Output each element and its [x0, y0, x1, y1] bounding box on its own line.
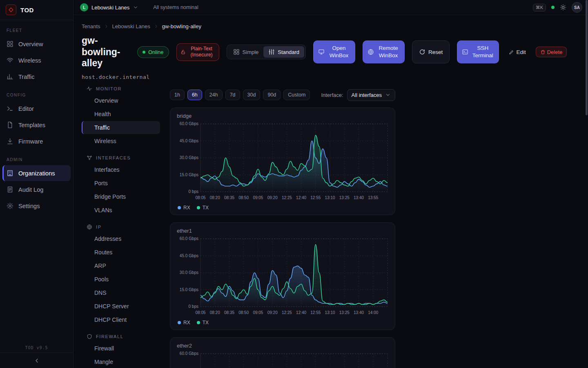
interface-select[interactable]: All interfaces [347, 89, 395, 101]
chevron-right-icon [154, 24, 159, 29]
page-scrollbar[interactable] [586, 0, 588, 115]
sidebar-item-editor[interactable]: Editor [2, 101, 71, 117]
chart-card-bridge: bridge0 bps15.0 Gbps30.0 Gbps45.0 Gbps60… [170, 108, 395, 215]
range-6h-button[interactable]: 6h [187, 90, 202, 100]
svg-text:09:20: 09:20 [267, 310, 278, 315]
user-avatar[interactable]: SA [572, 2, 582, 13]
sidebar-item-overview[interactable]: Overview [2, 36, 71, 52]
refresh-icon [419, 49, 425, 55]
range-30d-button[interactable]: 30d [243, 90, 261, 100]
view-mode-simple-button[interactable]: Simple [228, 46, 264, 58]
breadcrumb-item-tenants[interactable]: Tenants [82, 23, 100, 29]
nodes-icon [87, 155, 92, 161]
svg-text:14:00: 14:00 [368, 310, 378, 315]
sidebar-item-wireless[interactable]: Wireless [2, 52, 71, 68]
svg-text:08:50: 08:50 [238, 310, 249, 315]
svg-text:13:40: 13:40 [354, 310, 364, 315]
range-90d-button[interactable]: 90d [263, 90, 281, 100]
breadcrumb: TenantsLebowski Lanesgw-bowling-alley [82, 23, 588, 29]
svg-text:08:20: 08:20 [210, 310, 220, 315]
subnav-item-pools[interactable]: Pools [82, 273, 160, 286]
range-7d-button[interactable]: 7d [225, 90, 240, 100]
legend-tx: TX [197, 205, 209, 211]
svg-text:13:10: 13:10 [325, 195, 335, 200]
svg-text:13:25: 13:25 [339, 310, 350, 315]
reset-label: Reset [428, 49, 443, 55]
range-1h-button[interactable]: 1h [170, 90, 185, 100]
shield-icon [87, 334, 92, 339]
tenant-name: Lebowski Lanes [91, 4, 129, 11]
svg-text:13:25: 13:25 [339, 195, 350, 200]
subnav-item-overview[interactable]: Overview [82, 94, 160, 107]
subnav-item-bridge-ports[interactable]: Bridge Ports [82, 190, 160, 203]
subnav-section-ip: IP [82, 224, 160, 230]
subnav-item-interfaces[interactable]: Interfaces [82, 163, 160, 176]
subnav-item-mangle[interactable]: Mangle [82, 355, 160, 368]
svg-text:30.0 Gbps: 30.0 Gbps [180, 270, 198, 275]
page-content: TenantsLebowski Lanesgw-bowling-alley gw… [74, 15, 588, 368]
sidebar-item-organizations[interactable]: Organizations [2, 165, 71, 181]
legend-rx: RX [178, 320, 190, 325]
legend-dot-icon [178, 321, 181, 324]
subnav-section-interfaces: INTERFACES [82, 155, 160, 161]
health-dot [551, 6, 555, 9]
bars-icon [7, 73, 13, 80]
subnav-item-vlans[interactable]: VLANs [82, 204, 160, 217]
legend-tx: TX [197, 320, 209, 325]
ssh-terminal-button[interactable]: SSH Terminal [457, 40, 499, 63]
device-host: host.docker.internal [82, 74, 588, 80]
legend-rx: RX [178, 205, 190, 211]
subnav-item-traffic[interactable]: Traffic [82, 121, 160, 134]
app-name: TOD [20, 7, 34, 13]
subnav-item-routes[interactable]: Routes [82, 246, 160, 259]
device-header: gw-bowling-alley Online Plain-Text (Inse… [82, 35, 588, 69]
chart-cards: bridge0 bps15.0 Gbps30.0 Gbps45.0 Gbps60… [170, 101, 395, 368]
subnav-item-ports[interactable]: Ports [82, 177, 160, 190]
sidebar-item-label: Overview [18, 41, 43, 47]
sidebar-item-templates[interactable]: Templates [2, 117, 71, 133]
svg-text:09:20: 09:20 [267, 195, 278, 200]
svg-text:12:40: 12:40 [296, 310, 306, 315]
subnav-item-dhcp-server[interactable]: DHCP Server [82, 300, 160, 313]
subnav-item-arp[interactable]: ARP [82, 259, 160, 272]
sidebar-item-audit-log[interactable]: Audit Log [2, 182, 71, 197]
command-palette-shortcut[interactable]: ⌘K [533, 4, 546, 11]
reset-button[interactable]: Reset [412, 40, 450, 63]
subnav-item-dhcp-client[interactable]: DHCP Client [82, 313, 160, 326]
sidebar-item-firmware[interactable]: Firmware [2, 133, 71, 149]
remote-winbox-button[interactable]: Remote WinBox [363, 40, 405, 63]
subnav-item-addresses[interactable]: Addresses [82, 232, 160, 245]
subnav-item-health[interactable]: Health [82, 108, 160, 121]
svg-text:13:10: 13:10 [325, 310, 335, 315]
svg-text:12:55: 12:55 [310, 310, 321, 315]
delete-label: Delete [547, 49, 563, 55]
range-custom-button[interactable]: Custom [283, 90, 310, 100]
main-column: L Lebowski Lanes All systems nominal ⌘K … [74, 0, 588, 368]
subnav-item-firewall[interactable]: Firewall [82, 342, 160, 355]
building-icon [7, 170, 13, 177]
edit-button[interactable]: Edit [506, 49, 528, 56]
traffic-chart: 0 bps15.0 Gbps30.0 Gbps45.0 Gbps60.0 Gbp… [177, 120, 389, 202]
app-logo[interactable]: TOD [0, 0, 73, 20]
svg-text:12:40: 12:40 [296, 195, 306, 200]
delete-button[interactable]: Delete [536, 47, 567, 57]
tenant-avatar: L [80, 3, 88, 11]
range-24h-button[interactable]: 24h [205, 90, 223, 100]
subnav-item-dns[interactable]: DNS [82, 286, 160, 299]
sidebar-item-traffic[interactable]: Traffic [2, 69, 71, 85]
sidebar-collapse-button[interactable] [0, 352, 73, 368]
svg-text:09:05: 09:05 [253, 195, 263, 200]
ssh-terminal-label: SSH Terminal [471, 45, 494, 59]
sliders-icon [268, 49, 275, 55]
open-winbox-button[interactable]: Open WinBox [313, 40, 355, 63]
breadcrumb-item-lebowski-lanes[interactable]: Lebowski Lanes [112, 23, 150, 29]
svg-text:08:05: 08:05 [195, 310, 205, 315]
theme-toggle-button[interactable] [560, 4, 566, 11]
subnav-section-firewall: FIREWALL [82, 334, 160, 339]
view-mode-standard-button[interactable]: Standard [263, 46, 304, 58]
sidebar-item-settings[interactable]: Settings [2, 198, 71, 214]
sidebar-item-label: Audit Log [18, 186, 43, 193]
tenant-selector[interactable]: L Lebowski Lanes [80, 3, 138, 11]
subnav-item-wireless[interactable]: Wireless [82, 135, 160, 148]
topbar-right: ⌘K SA [533, 2, 582, 13]
